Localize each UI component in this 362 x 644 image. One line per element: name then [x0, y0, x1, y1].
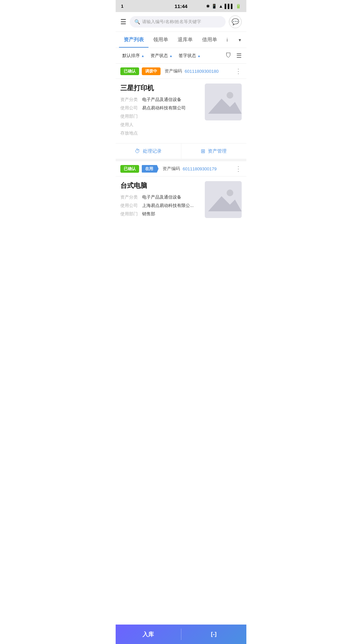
- card-header-1: 已确认 调拨中 资产编码 60111809300180 ⋮: [116, 64, 246, 79]
- sort-filter[interactable]: 默认排序 ▲: [120, 51, 146, 60]
- advanced-filter-icon[interactable]: ⛉: [226, 52, 232, 59]
- inbound-button[interactable]: 入库: [116, 625, 181, 644]
- battery-icon: 🔋: [236, 4, 241, 9]
- status-bar: 1 11:44 ✱ 📱 ▲ ▌▌▌ 🔋: [116, 0, 246, 12]
- department-value-2: 销售部: [142, 211, 155, 217]
- tab-extra[interactable]: i: [222, 32, 232, 47]
- card-actions-1: ⏱ 处理记录 ⊞ 资产管理: [116, 143, 246, 159]
- company-label-1: 使用公司: [120, 105, 142, 111]
- status-badge-1: 调拨中: [142, 67, 161, 75]
- asset-card-2: 已确认 在用 资产编码 60111809300179 ⋮ 台式电脑 资产分类 电…: [116, 161, 246, 224]
- company-value-1: 易点易动科技有限公司: [142, 105, 186, 111]
- header: ☰ 🔍 请输入编号/名称/姓名等关键字 💬: [116, 12, 246, 32]
- filter-bar: 默认排序 ▲ 资产状态 ▲ 签字状态 ▲ ⛉ ☰: [116, 48, 246, 64]
- history-label-1: 处理记录: [143, 148, 162, 154]
- asset-code-label-2: 资产编码: [163, 166, 180, 172]
- search-icon: 🔍: [134, 19, 140, 24]
- info-user-1: 使用人: [120, 122, 201, 128]
- confirmed-badge-2: 已确认: [120, 165, 139, 173]
- asset-image-1: [205, 84, 242, 120]
- tab-bar: 资产列表 领用单 退库单 借用单 i ▾: [116, 32, 246, 48]
- info-company-2: 使用公司 上海易点易动科技有限公...: [120, 203, 201, 209]
- card-header-2: 已确认 在用 资产编码 60111809300179 ⋮: [116, 161, 246, 176]
- user-label-1: 使用人: [120, 122, 142, 128]
- sort-arrow-icon: ▲: [141, 54, 144, 58]
- card-more-menu-2[interactable]: ⋮: [235, 165, 242, 173]
- company-label-2: 使用公司: [120, 203, 142, 209]
- sort-label: 默认排序: [122, 53, 140, 59]
- category-value-1: 电子产品及通信设备: [142, 97, 181, 103]
- card-info-2: 台式电脑 资产分类 电子产品及通信设备 使用公司 上海易点易动科技有限公... …: [120, 181, 201, 219]
- tab-asset-list[interactable]: 资产列表: [119, 32, 148, 48]
- phone-icon: 📱: [212, 4, 217, 9]
- asset-image-2: [205, 181, 242, 218]
- manage-icon-1: ⊞: [201, 148, 205, 154]
- info-department-2: 使用部门 销售部: [120, 211, 201, 217]
- filter-icon-group: ⛉ ☰: [226, 52, 242, 59]
- menu-button[interactable]: ☰: [120, 18, 126, 26]
- card-body-1: 三星打印机 资产分类 电子产品及通信设备 使用公司 易点易动科技有限公司 使用部…: [116, 79, 246, 143]
- chat-button[interactable]: 💬: [229, 15, 242, 28]
- asset-card-1: 已确认 调拨中 资产编码 60111809300180 ⋮ 三星打印机 资产分类…: [116, 64, 246, 159]
- bluetooth-icon: ✱: [206, 4, 210, 9]
- asset-code-val-2: 60111809300179: [183, 166, 217, 171]
- sign-status-label: 签字状态: [179, 53, 196, 59]
- tab-requisition[interactable]: 领用单: [148, 32, 173, 48]
- info-department-1: 使用部门: [120, 113, 201, 119]
- history-button-1[interactable]: ⏱ 处理记录: [116, 144, 181, 159]
- department-label-2: 使用部门: [120, 211, 142, 217]
- sign-status-filter[interactable]: 签字状态 ▲: [177, 51, 203, 60]
- company-value-2: 上海易点易动科技有限公...: [142, 203, 194, 209]
- scan-button[interactable]: [-]: [181, 625, 247, 644]
- info-category-1: 资产分类 电子产品及通信设备: [120, 97, 201, 103]
- svg-point-1: [227, 92, 233, 99]
- asset-list: 已确认 调拨中 资产编码 60111809300180 ⋮ 三星打印机 资产分类…: [116, 64, 246, 224]
- category-label-1: 资产分类: [120, 97, 142, 103]
- asset-title-1: 三星打印机: [120, 84, 201, 93]
- status-icons: ✱ 📱 ▲ ▌▌▌ 🔋: [206, 4, 241, 9]
- status-number: 1: [121, 4, 123, 9]
- info-category-2: 资产分类 电子产品及通信设备: [120, 194, 201, 200]
- signal-icon: ▌▌▌: [225, 4, 234, 9]
- wifi-icon: ▲: [219, 4, 223, 9]
- tab-expand-button[interactable]: ▾: [237, 33, 243, 47]
- asset-title-2: 台式电脑: [120, 181, 201, 190]
- category-label-2: 资产分类: [120, 194, 142, 200]
- category-value-2: 电子产品及通信设备: [142, 194, 181, 200]
- department-label-1: 使用部门: [120, 113, 142, 119]
- bottom-bar: 入库 [-]: [116, 625, 246, 644]
- asset-code-label-1: 资产编码: [165, 68, 182, 74]
- manage-button-1[interactable]: ⊞ 资产管理: [181, 144, 247, 159]
- card-body-2: 台式电脑 资产分类 电子产品及通信设备 使用公司 上海易点易动科技有限公... …: [116, 176, 246, 224]
- asset-status-filter[interactable]: 资产状态 ▲: [148, 51, 175, 60]
- sign-status-arrow-icon: ▲: [197, 54, 201, 58]
- manage-label-1: 资产管理: [208, 148, 227, 154]
- asset-code-val-1: 60111809300180: [185, 69, 219, 74]
- card-info-1: 三星打印机 资产分类 电子产品及通信设备 使用公司 易点易动科技有限公司 使用部…: [120, 84, 201, 139]
- info-company-1: 使用公司 易点易动科技有限公司: [120, 105, 201, 111]
- info-location-1: 存放地点: [120, 130, 201, 136]
- tab-borrow[interactable]: 借用单: [197, 32, 222, 48]
- list-view-icon[interactable]: ☰: [236, 52, 242, 59]
- status-badge-2: 在用: [142, 165, 159, 173]
- card-more-menu-1[interactable]: ⋮: [235, 67, 242, 75]
- search-input-placeholder: 请输入编号/名称/姓名等关键字: [142, 19, 201, 25]
- status-time: 11:44: [175, 3, 187, 9]
- location-label-1: 存放地点: [120, 130, 142, 136]
- asset-status-label: 资产状态: [150, 53, 168, 59]
- search-bar[interactable]: 🔍 请输入编号/名称/姓名等关键字: [130, 16, 226, 28]
- tab-return[interactable]: 退库单: [173, 32, 197, 48]
- asset-status-arrow-icon: ▲: [169, 54, 173, 58]
- confirmed-badge-1: 已确认: [120, 67, 139, 75]
- svg-point-4: [227, 190, 233, 196]
- history-icon-1: ⏱: [135, 148, 140, 154]
